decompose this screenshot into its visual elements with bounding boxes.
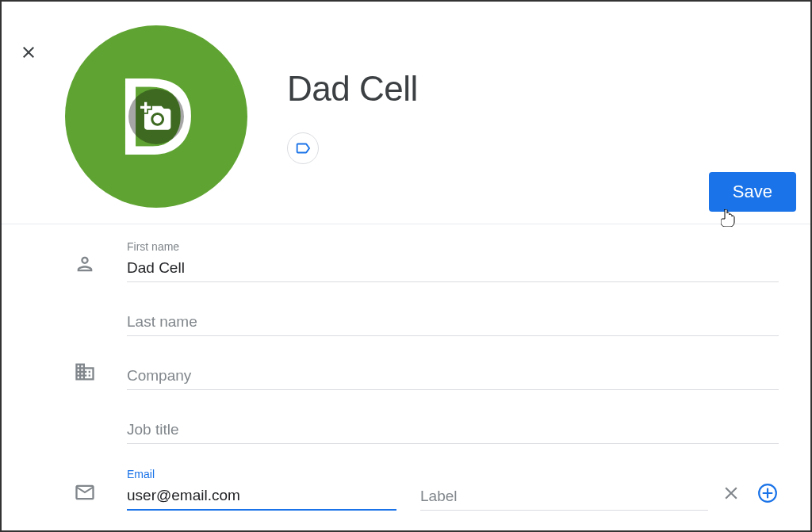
title-area: Dad Cell bbox=[247, 25, 795, 164]
email-icon bbox=[73, 480, 97, 504]
job-title-row bbox=[73, 414, 779, 444]
person-icon bbox=[73, 252, 97, 276]
header-section: D Dad Cell Save bbox=[2, 2, 810, 224]
save-button[interactable]: Save bbox=[709, 172, 796, 212]
first-name-row: First name bbox=[73, 240, 779, 282]
company-row bbox=[73, 360, 779, 390]
first-name-input[interactable] bbox=[127, 255, 779, 282]
form-section: First name Email bbox=[2, 224, 810, 532]
contact-name: Dad Cell bbox=[287, 69, 795, 109]
email-label-field bbox=[420, 483, 708, 511]
company-field bbox=[127, 362, 779, 390]
email-label: Email bbox=[127, 468, 396, 480]
company-input[interactable] bbox=[127, 362, 779, 390]
email-label-input[interactable] bbox=[420, 483, 708, 511]
email-field: Email bbox=[127, 468, 396, 511]
email-row: Email bbox=[73, 468, 779, 511]
add-email-button[interactable] bbox=[756, 482, 779, 504]
close-icon bbox=[721, 483, 741, 503]
last-name-field bbox=[127, 308, 779, 336]
first-name-label: First name bbox=[127, 240, 779, 253]
add-circle-icon bbox=[757, 483, 778, 503]
label-icon bbox=[294, 140, 312, 157]
first-name-field: First name bbox=[127, 240, 779, 282]
add-label-button[interactable] bbox=[287, 132, 319, 164]
add-photo-button[interactable] bbox=[128, 89, 184, 144]
email-input[interactable] bbox=[127, 482, 396, 511]
avatar-container: D bbox=[65, 25, 247, 208]
clear-email-button[interactable] bbox=[720, 482, 742, 504]
job-title-input[interactable] bbox=[127, 416, 779, 444]
camera-plus-icon bbox=[140, 101, 172, 132]
email-actions bbox=[720, 482, 779, 504]
last-name-row bbox=[73, 306, 779, 336]
job-title-field bbox=[127, 416, 779, 444]
last-name-input[interactable] bbox=[127, 308, 779, 336]
company-icon bbox=[73, 360, 97, 384]
